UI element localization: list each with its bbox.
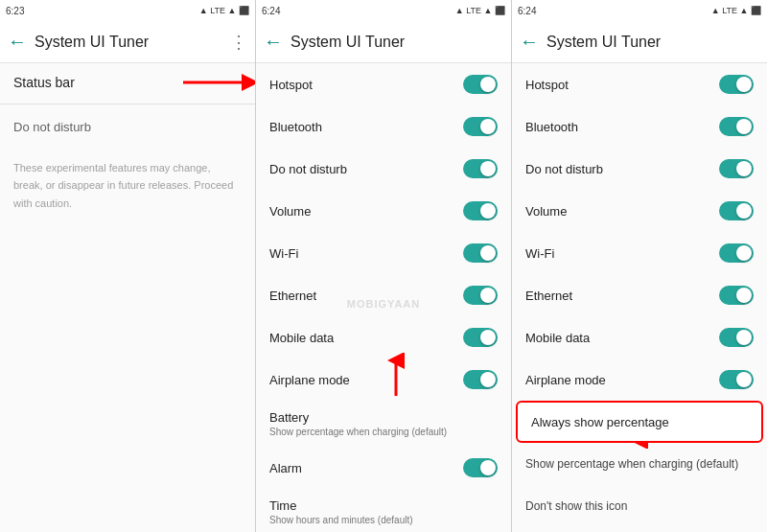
volume-label-3: Volume [525, 204, 567, 219]
more-button-1[interactable]: ⋮ [230, 32, 247, 53]
battery-item-2[interactable]: Battery Show percentage when charging (d… [256, 401, 511, 447]
back-button-3[interactable]: ← [520, 31, 539, 53]
dnd-toggle-3[interactable] [719, 159, 754, 178]
dont-show-item[interactable]: Don't show this icon [512, 485, 767, 527]
ethernet-label-3: Ethernet [525, 289, 572, 303]
dnd-toggle-2[interactable] [463, 159, 498, 178]
ethernet-toggle-3[interactable] [719, 286, 754, 305]
status-icons-2: ▲ LTE ▲ ⬛ [455, 6, 505, 15]
screen-3: 6:24 ▲ LTE ▲ ⬛ ← System UI Tuner Hotspot… [512, 0, 767, 532]
battery-label-2: Battery [269, 410, 447, 425]
status-bar-1: 6:23 ▲ LTE ▲ ⬛ [0, 0, 255, 21]
ethernet-item-2[interactable]: Ethernet [256, 274, 511, 316]
hotspot-toggle-2[interactable] [463, 75, 498, 94]
time-label-2: Time [269, 498, 413, 513]
airplane-label-2: Airplane mode [269, 373, 350, 387]
always-show-pct-label: Always show percentage [531, 415, 669, 429]
red-arrow-up-2 [382, 353, 410, 401]
status-time-2: 6:24 [262, 6, 280, 16]
description-text: These experimental features may change, … [13, 162, 233, 209]
toolbar-title-3: System UI Tuner [546, 34, 759, 51]
toolbar-3: ← System UI Tuner [512, 21, 767, 63]
hotspot-item-3[interactable]: Hotspot [512, 63, 767, 105]
dont-show-label: Don't show this icon [525, 499, 627, 513]
mobile-data-toggle-3[interactable] [719, 328, 754, 347]
show-pct-charging-item[interactable]: Show percentage when charging (default) [512, 443, 767, 485]
mobile-data-label-2: Mobile data [269, 331, 334, 345]
time-item-2[interactable]: Time Show hours and minutes (default) [256, 489, 511, 532]
wifi-toggle-3[interactable] [719, 243, 754, 263]
airplane-toggle-2[interactable] [463, 370, 498, 389]
wifi-label-2: Wi-Fi [269, 246, 298, 261]
volume-item-2[interactable]: Volume [256, 190, 511, 232]
volume-toggle-3[interactable] [719, 201, 754, 220]
volume-toggle-2[interactable] [463, 201, 498, 220]
hotspot-label-2: Hotspot [269, 78, 313, 92]
ethernet-label-2: Ethernet [269, 289, 316, 303]
battery-sub-2: Show percentage when charging (default) [269, 427, 447, 437]
screen-1: 6:23 ▲ LTE ▲ ⬛ ← System UI Tuner ⋮ Statu… [0, 0, 256, 532]
dnd-item-2[interactable]: Do not disturb [256, 148, 511, 190]
volume-item-3[interactable]: Volume [512, 190, 767, 232]
status-time-3: 6:24 [518, 6, 536, 16]
divider-1 [0, 104, 255, 104]
screen-2: 6:24 ▲ LTE ▲ ⬛ ← System UI Tuner Hotspot… [256, 0, 512, 532]
bluetooth-item-2[interactable]: Bluetooth [256, 105, 511, 148]
ethernet-toggle-2[interactable] [463, 286, 498, 305]
mobile-data-label-3: Mobile data [525, 331, 590, 345]
wifi-item-2[interactable]: Wi-Fi [256, 232, 511, 274]
bluetooth-label-2: Bluetooth [269, 120, 322, 134]
bluetooth-label-3: Bluetooth [525, 120, 578, 134]
content-2: Hotspot Bluetooth Do not disturb Volume … [256, 63, 511, 532]
toolbar-2: ← System UI Tuner [256, 21, 511, 63]
toolbar-1: ← System UI Tuner ⋮ [0, 21, 255, 63]
status-bar-label: Status bar [13, 75, 75, 90]
alarm-item-2[interactable]: Alarm [256, 447, 511, 489]
ethernet-item-3[interactable]: Ethernet [512, 274, 767, 316]
mobile-data-toggle-2[interactable] [463, 328, 498, 347]
airplane-toggle-3[interactable] [719, 370, 754, 389]
airplane-label-3: Airplane mode [525, 373, 606, 387]
do-not-disturb-item-1[interactable]: Do not disturb [0, 106, 255, 147]
hotspot-label-3: Hotspot [525, 78, 569, 92]
alarm-label-2: Alarm [269, 461, 302, 475]
status-icons-1: ▲ LTE ▲ ⬛ [199, 6, 249, 15]
mobile-data-item-3[interactable]: Mobile data [512, 316, 767, 359]
bluetooth-toggle-2[interactable] [463, 117, 498, 136]
dnd-label-3: Do not disturb [525, 162, 603, 176]
wifi-label-3: Wi-Fi [525, 246, 554, 261]
dnd-item-3[interactable]: Do not disturb [512, 148, 767, 190]
always-show-pct-item[interactable]: Always show percentage [516, 401, 763, 443]
description-item: These experimental features may change, … [0, 147, 255, 222]
wifi-item-3[interactable]: Wi-Fi [512, 232, 767, 274]
volume-label-2: Volume [269, 204, 311, 219]
status-bar-3: 6:24 ▲ LTE ▲ ⬛ [512, 0, 767, 21]
status-bar-item[interactable]: Status bar [0, 63, 255, 102]
time-sub-2: Show hours and minutes (default) [269, 515, 413, 525]
time-item-3[interactable]: Time Show hours and minutes (default) [512, 527, 767, 532]
status-bar-2: 6:24 ▲ LTE ▲ ⬛ [256, 0, 511, 21]
status-icons-3: ▲ LTE ▲ ⬛ [711, 6, 761, 15]
back-button-2[interactable]: ← [264, 31, 283, 53]
hotspot-toggle-3[interactable] [719, 75, 754, 94]
wifi-toggle-2[interactable] [463, 243, 498, 263]
red-arrow-right [178, 71, 255, 94]
airplane-item-3[interactable]: Airplane mode [512, 359, 767, 401]
toolbar-title-2: System UI Tuner [291, 34, 503, 51]
bluetooth-item-3[interactable]: Bluetooth [512, 105, 767, 148]
show-pct-charging-label: Show percentage when charging (default) [525, 457, 738, 471]
toolbar-title-1: System UI Tuner [35, 34, 222, 51]
bluetooth-toggle-3[interactable] [719, 117, 754, 136]
status-time-1: 6:23 [6, 6, 24, 16]
back-button-1[interactable]: ← [8, 31, 27, 53]
content-1: Status bar Do not disturb These experime… [0, 63, 255, 532]
content-3: Hotspot Bluetooth Do not disturb Volume … [512, 63, 767, 532]
do-not-disturb-label-1: Do not disturb [13, 120, 91, 134]
dnd-label-2: Do not disturb [269, 162, 347, 176]
hotspot-item-2[interactable]: Hotspot [256, 63, 511, 105]
alarm-toggle-2[interactable] [463, 458, 498, 477]
